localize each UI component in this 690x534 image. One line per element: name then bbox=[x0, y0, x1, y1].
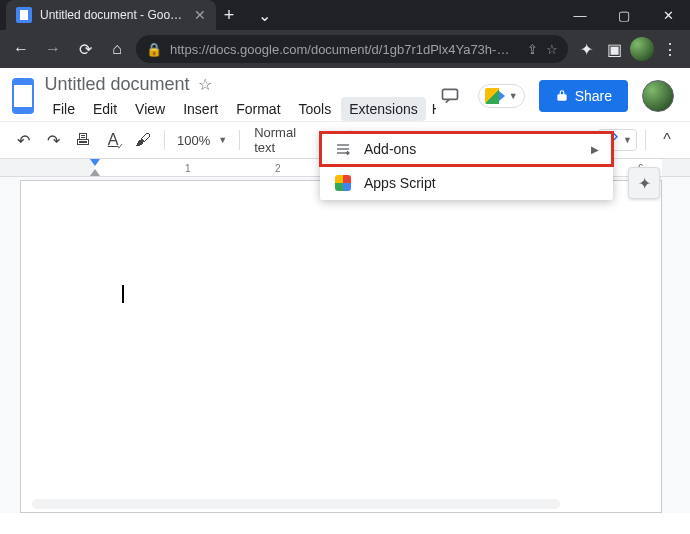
svg-rect-0 bbox=[442, 89, 457, 99]
ruler-left-margin bbox=[0, 159, 95, 176]
addons-icon bbox=[334, 140, 352, 158]
menu-item-addons[interactable]: Add-ons ▶ bbox=[320, 132, 613, 166]
apps-script-icon bbox=[334, 174, 352, 192]
close-window-button[interactable]: ✕ bbox=[646, 0, 690, 30]
document-page[interactable] bbox=[20, 180, 662, 513]
apps-script-label: Apps Script bbox=[364, 175, 436, 191]
document-canvas-area: ✦ bbox=[0, 177, 690, 513]
menu-insert[interactable]: Insert bbox=[175, 97, 226, 121]
toolbar-separator bbox=[164, 130, 165, 150]
minimize-button[interactable]: — bbox=[558, 0, 602, 30]
menu-edit[interactable]: Edit bbox=[85, 97, 125, 121]
horizontal-scrollbar[interactable] bbox=[32, 499, 560, 509]
new-tab-button[interactable]: + bbox=[216, 0, 242, 30]
menu-extensions[interactable]: Extensions bbox=[341, 97, 425, 121]
address-bar-row: ← → ⟳ ⌂ 🔒 https://docs.google.com/docume… bbox=[0, 30, 690, 68]
caret-down-icon: ▼ bbox=[218, 135, 227, 145]
menu-item-apps-script[interactable]: Apps Script bbox=[320, 166, 613, 200]
toolbar-separator bbox=[239, 130, 240, 150]
ruler-right-margin bbox=[662, 159, 690, 176]
lock-icon: 🔒 bbox=[146, 42, 162, 57]
nav-reload-button[interactable]: ⟳ bbox=[72, 36, 98, 62]
nav-back-button[interactable]: ← bbox=[8, 36, 34, 62]
submenu-arrow-icon: ▶ bbox=[591, 144, 599, 155]
tab-title: Untitled document - Google Docs bbox=[40, 8, 186, 22]
profile-avatar[interactable] bbox=[642, 80, 674, 112]
url-text: https://docs.google.com/document/d/1gb7r… bbox=[170, 42, 519, 57]
document-title[interactable]: Untitled document bbox=[44, 74, 189, 95]
star-document-icon[interactable]: ☆ bbox=[198, 75, 212, 94]
nav-home-button[interactable]: ⌂ bbox=[104, 36, 130, 62]
bookmark-star-icon[interactable]: ☆ bbox=[546, 42, 558, 57]
first-line-indent-marker[interactable] bbox=[90, 159, 100, 166]
menu-file[interactable]: File bbox=[44, 97, 83, 121]
extensions-dropdown: Add-ons ▶ Apps Script bbox=[320, 132, 613, 200]
nav-forward-button: → bbox=[40, 36, 66, 62]
meet-icon bbox=[485, 88, 505, 104]
address-bar[interactable]: 🔒 https://docs.google.com/document/d/1gb… bbox=[136, 35, 568, 63]
explore-button[interactable]: ✦ bbox=[628, 167, 660, 199]
extensions-puzzle-icon[interactable]: ✦ bbox=[574, 37, 598, 61]
docs-logo[interactable] bbox=[12, 78, 34, 114]
docs-favicon bbox=[16, 7, 32, 23]
ruler-number: 2 bbox=[275, 163, 281, 174]
addons-label: Add-ons bbox=[364, 141, 416, 157]
ruler-number: 1 bbox=[185, 163, 191, 174]
meet-caret-icon: ▼ bbox=[509, 91, 518, 101]
tabs-dropdown-icon[interactable]: ⌄ bbox=[242, 0, 286, 30]
menu-format[interactable]: Format bbox=[228, 97, 288, 121]
profile-avatar-small[interactable] bbox=[630, 37, 654, 61]
browser-menu-icon[interactable]: ⋮ bbox=[658, 37, 682, 61]
share-url-icon[interactable]: ⇪ bbox=[527, 42, 538, 57]
right-scroll-rail[interactable] bbox=[670, 180, 686, 513]
share-button[interactable]: Share bbox=[539, 80, 628, 112]
caret-down-icon: ▼ bbox=[623, 135, 632, 145]
undo-button[interactable]: ↶ bbox=[10, 127, 36, 153]
close-tab-icon[interactable]: ✕ bbox=[194, 7, 206, 23]
meet-button[interactable]: ▼ bbox=[478, 84, 525, 108]
comment-history-icon[interactable] bbox=[436, 82, 464, 110]
paint-format-button[interactable]: 🖌 bbox=[130, 127, 156, 153]
window-controls: — ▢ ✕ bbox=[558, 0, 690, 30]
maximize-button[interactable]: ▢ bbox=[602, 0, 646, 30]
docs-header: Untitled document ☆ File Edit View Inser… bbox=[0, 68, 690, 121]
spellcheck-button[interactable]: A✓ bbox=[100, 127, 126, 153]
redo-button[interactable]: ↷ bbox=[40, 127, 66, 153]
menu-tools[interactable]: Tools bbox=[291, 97, 340, 121]
print-button[interactable]: 🖶 bbox=[70, 127, 96, 153]
text-cursor bbox=[122, 285, 124, 303]
zoom-value: 100% bbox=[177, 133, 210, 148]
collapse-toolbar-button[interactable]: ^ bbox=[654, 127, 680, 153]
toolbar-separator bbox=[645, 130, 646, 150]
left-indent-marker[interactable] bbox=[90, 169, 100, 176]
menu-bar: File Edit View Insert Format Tools Exten… bbox=[44, 97, 435, 121]
zoom-select[interactable]: 100% ▼ bbox=[173, 133, 231, 148]
browser-tabstrip: Untitled document - Google Docs ✕ + ⌄ — … bbox=[0, 0, 690, 30]
browser-tab[interactable]: Untitled document - Google Docs ✕ bbox=[6, 0, 216, 30]
menu-help[interactable]: H bbox=[428, 97, 436, 121]
extension-box-icon[interactable]: ▣ bbox=[602, 37, 626, 61]
style-value: Normal text bbox=[254, 125, 311, 155]
menu-view[interactable]: View bbox=[127, 97, 173, 121]
share-button-label: Share bbox=[575, 88, 612, 104]
